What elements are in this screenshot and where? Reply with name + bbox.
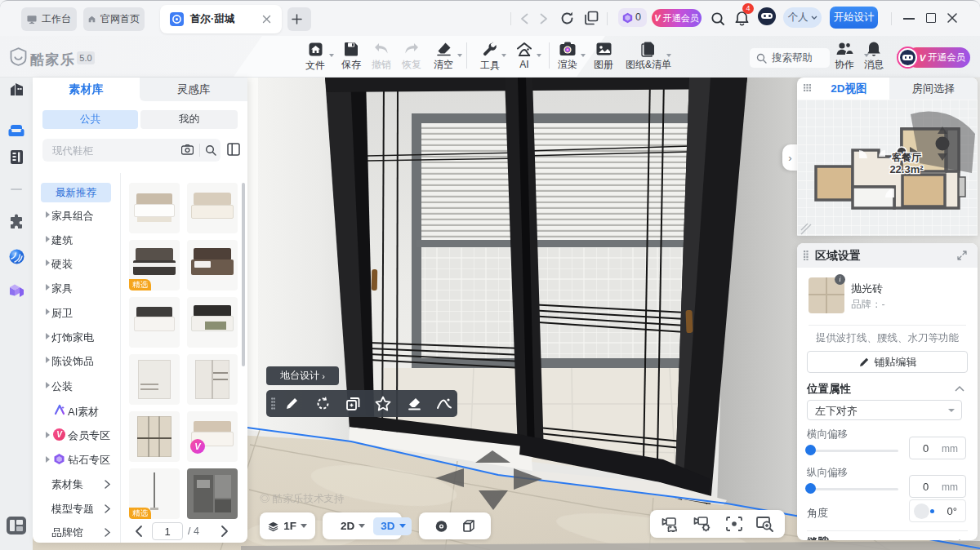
svg-text:客餐厅: 客餐厅 [891, 152, 921, 163]
svg-text:22.3m²: 22.3m² [889, 163, 924, 175]
